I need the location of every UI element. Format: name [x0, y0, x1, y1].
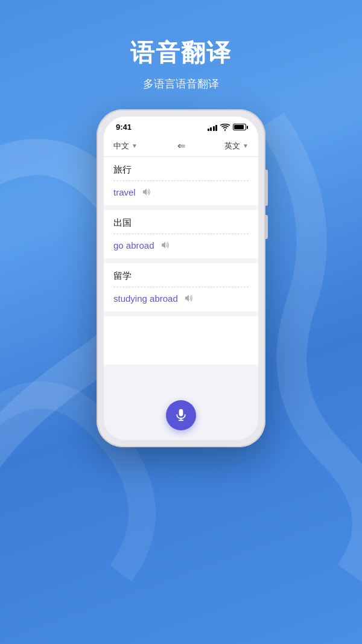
translation-card-3: 留学 studying abroad	[104, 263, 258, 311]
translated-row-1: travel	[113, 186, 249, 198]
phone-outer: 9:41	[97, 109, 265, 447]
translated-text-2: go abroad	[113, 240, 154, 250]
microphone-button[interactable]	[166, 400, 196, 430]
bar1	[208, 129, 209, 131]
phone-mockup: 9:41	[97, 109, 265, 447]
divider-1	[113, 180, 249, 181]
speaker-icon-3[interactable]	[183, 292, 195, 304]
mic-container	[104, 394, 258, 440]
bar4	[215, 125, 217, 131]
speaker-icon-1[interactable]	[141, 186, 153, 198]
status-icons	[208, 124, 247, 131]
source-lang-label: 中文	[113, 141, 129, 151]
status-time: 9:41	[116, 123, 132, 132]
source-language-selector[interactable]: 中文 ▼	[113, 141, 138, 151]
speaker-icon-2[interactable]	[159, 239, 171, 251]
source-text-3: 留学	[113, 270, 249, 282]
translated-text-1: travel	[113, 187, 136, 197]
battery-fill	[234, 125, 244, 129]
translation-card-2: 出国 go abroad	[104, 210, 258, 258]
empty-card	[104, 316, 258, 365]
target-lang-label: 英文	[224, 141, 240, 151]
translation-list: 旅行 travel	[104, 157, 258, 394]
header-section: 语音翻译 多语言语音翻译	[130, 36, 232, 91]
language-bar[interactable]: 中文 ▼ ⇐ 英文 ▼	[104, 135, 258, 157]
translated-text-3: studying abroad	[113, 293, 178, 304]
microphone-icon	[174, 409, 188, 422]
battery-icon	[233, 124, 246, 130]
bar2	[210, 127, 212, 131]
divider-3	[113, 287, 249, 287]
source-text-1: 旅行	[113, 164, 249, 176]
sub-title: 多语言语音翻译	[130, 77, 232, 91]
svg-rect-0	[179, 409, 183, 416]
signal-bars-icon	[208, 124, 218, 131]
translation-card-1: 旅行 travel	[104, 157, 258, 205]
target-lang-dropdown-arrow: ▼	[243, 142, 249, 149]
wifi-icon	[220, 124, 230, 131]
source-lang-dropdown-arrow: ▼	[132, 142, 138, 149]
main-title: 语音翻译	[130, 36, 232, 69]
divider-2	[113, 234, 249, 234]
bar3	[213, 126, 215, 131]
phone-screen: 9:41	[104, 116, 258, 440]
translated-row-3: studying abroad	[113, 292, 249, 304]
translated-row-2: go abroad	[113, 239, 249, 251]
status-bar: 9:41	[104, 116, 258, 135]
target-language-selector[interactable]: 英文 ▼	[224, 141, 249, 151]
source-text-2: 出国	[113, 217, 249, 229]
swap-languages-button[interactable]: ⇐	[177, 140, 185, 151]
